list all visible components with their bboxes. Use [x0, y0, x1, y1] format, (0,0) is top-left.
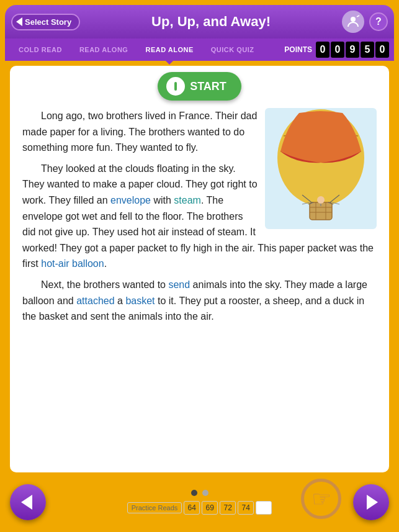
back-button[interactable]: Select Story — [11, 14, 80, 30]
tabs: COLD READ READ ALONG READ ALONE QUICK QU… — [10, 38, 284, 61]
hand-icon: ☞ — [312, 486, 331, 512]
teacher-icon[interactable] — [342, 11, 364, 33]
next-icon — [367, 495, 378, 510]
score-5 — [256, 501, 272, 515]
link-send[interactable]: send — [168, 279, 190, 290]
digit-0: 0 — [316, 42, 330, 58]
tab-bar: COLD READ READ ALONG READ ALONE QUICK QU… — [5, 38, 394, 61]
tab-read-alone[interactable]: READ ALONE — [137, 38, 202, 61]
back-label: Select Story — [25, 17, 71, 27]
bottom-nav: Practice Reads 64 69 72 74 ☞ — [5, 477, 394, 527]
start-button[interactable]: START — [158, 72, 241, 101]
pause-icon — [174, 82, 177, 91]
start-label: START — [190, 80, 226, 93]
score-2: 69 — [202, 501, 218, 515]
page-title: Up, Up, and Away! — [80, 14, 342, 30]
svg-point-0 — [351, 17, 356, 22]
svg-point-12 — [317, 196, 325, 204]
touch-hint-icon: ☞ — [301, 479, 344, 522]
start-button-area: START — [22, 72, 377, 101]
digit-4: 0 — [375, 42, 389, 58]
tab-cold-read[interactable]: COLD READ — [10, 38, 71, 61]
score-1: 64 — [184, 501, 200, 515]
header-icons: ? — [342, 11, 388, 33]
dot-2[interactable] — [202, 490, 208, 496]
bottom-center: Practice Reads 64 69 72 74 — [127, 490, 272, 515]
digit-3: 5 — [361, 42, 374, 58]
tab-read-along[interactable]: READ ALONG — [71, 38, 137, 61]
points-digits: 0 0 9 5 0 — [316, 42, 389, 58]
page-dots — [191, 490, 208, 496]
score-4: 74 — [238, 501, 254, 515]
svg-line-1 — [357, 16, 359, 17]
points-label: POINTS — [284, 45, 312, 54]
points-area: POINTS 0 0 9 5 0 — [284, 42, 389, 58]
paragraph-3: Next, the brothers wanted to send animal… — [22, 277, 377, 325]
help-button[interactable]: ? — [369, 12, 388, 31]
story-text: Long ago, two brothers lived in France. … — [22, 108, 377, 325]
link-attached[interactable]: attached — [76, 295, 114, 306]
link-hot-air-balloon[interactable]: hot-air balloon — [41, 258, 104, 269]
dot-1[interactable] — [191, 490, 197, 496]
back-chevron-icon — [16, 17, 22, 26]
prev-button[interactable] — [10, 484, 46, 520]
link-basket[interactable]: basket — [125, 295, 155, 306]
link-envelope[interactable]: envelope — [110, 195, 151, 205]
digit-1: 0 — [331, 42, 344, 58]
practice-reads: Practice Reads 64 69 72 74 — [127, 501, 272, 515]
prev-icon — [21, 495, 32, 510]
score-3: 72 — [220, 501, 236, 515]
tab-quick-quiz[interactable]: QUICK QUIZ — [202, 38, 263, 61]
next-button[interactable] — [353, 484, 389, 520]
balloon-illustration — [265, 108, 377, 229]
digit-2: 9 — [346, 42, 359, 58]
touch-circle: ☞ — [301, 479, 341, 519]
main-content: START — [10, 66, 389, 472]
start-circle-icon — [166, 77, 185, 96]
practice-reads-label: Practice Reads — [127, 502, 182, 513]
help-label: ? — [375, 16, 382, 27]
header: Select Story Up, Up, and Away! ? — [5, 5, 394, 38]
link-steam[interactable]: steam — [174, 195, 201, 205]
